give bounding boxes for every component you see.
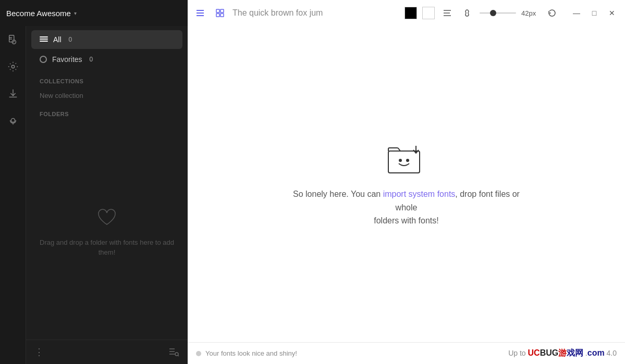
- sidebar-icon-podcast[interactable]: [5, 112, 21, 129]
- content-area: So lonely here. You can import system fo…: [188, 26, 625, 342]
- reset-icon[interactable]: [545, 6, 559, 20]
- svg-rect-4: [220, 9, 224, 12]
- all-label: All: [53, 35, 62, 44]
- app-title-chevron: ▾: [74, 10, 77, 16]
- grid-icon[interactable]: [213, 6, 227, 20]
- svg-line-20: [178, 356, 179, 357]
- preview-text-input[interactable]: [232, 8, 399, 18]
- sidebar-icon-fonts[interactable]: [5, 31, 21, 48]
- svg-rect-3: [216, 9, 219, 12]
- empty-state-message: So lonely here. You can import system fo…: [281, 187, 532, 228]
- app-title-text: Become Awesome: [6, 9, 71, 18]
- drop-text: Drag and drop a folder with fonts here t…: [36, 237, 177, 258]
- ucbug-logo: Up to UCBUG游戏网 .com 4.0: [508, 349, 617, 357]
- style-icon[interactable]: [460, 6, 474, 20]
- align-icon[interactable]: [440, 6, 455, 20]
- all-count: 0: [69, 36, 72, 43]
- sidebar-item-all[interactable]: All 0: [31, 30, 182, 49]
- svg-point-23: [407, 159, 409, 161]
- collections-header: COLLECTIONS: [26, 70, 188, 89]
- svg-rect-21: [388, 151, 420, 173]
- favorites-icon: [40, 56, 47, 63]
- new-collection-button[interactable]: New collection: [26, 89, 188, 103]
- sidebar-icon-download[interactable]: [5, 85, 21, 102]
- svg-point-15: [11, 118, 15, 122]
- font-size-label: 42px: [521, 9, 540, 17]
- list-icon: [40, 36, 48, 43]
- maximize-button[interactable]: □: [586, 5, 602, 21]
- drop-area: Drag and drop a folder with fonts here t…: [26, 125, 188, 340]
- svg-point-19: [175, 353, 178, 356]
- svg-rect-6: [220, 14, 224, 17]
- favorites-label: Favorites: [52, 55, 82, 64]
- font-size-slider[interactable]: [480, 12, 516, 14]
- heart-icon: [96, 208, 117, 231]
- svg-point-22: [399, 159, 401, 161]
- status-bar: Your fonts look nice and shiny! Up to UC…: [188, 342, 625, 364]
- empty-folder-icon: [386, 141, 427, 177]
- more-options-button[interactable]: ⋮: [34, 346, 44, 358]
- status-dot: [196, 351, 201, 356]
- svg-point-14: [11, 65, 15, 68]
- minimize-button[interactable]: —: [569, 5, 584, 21]
- svg-rect-10: [9, 35, 14, 42]
- color-swatch-black[interactable]: [405, 7, 417, 19]
- hamburger-icon[interactable]: [193, 6, 207, 20]
- favorites-count: 0: [90, 56, 93, 63]
- color-swatch-white[interactable]: [422, 7, 435, 19]
- svg-rect-5: [216, 14, 219, 17]
- sidebar-item-favorites[interactable]: Favorites 0: [31, 51, 182, 68]
- folders-header: FOLDERS: [40, 111, 174, 121]
- import-system-fonts-link[interactable]: import system fonts: [383, 190, 456, 198]
- search-list-button[interactable]: [168, 346, 179, 358]
- status-text: Your fonts look nice and shiny!: [205, 349, 297, 357]
- app-title[interactable]: Become Awesome ▾: [6, 9, 77, 18]
- status-right: Up to UCBUG游戏网 .com 4.0: [508, 348, 617, 359]
- close-button[interactable]: ✕: [604, 5, 620, 21]
- sidebar-icon-settings[interactable]: [5, 58, 21, 75]
